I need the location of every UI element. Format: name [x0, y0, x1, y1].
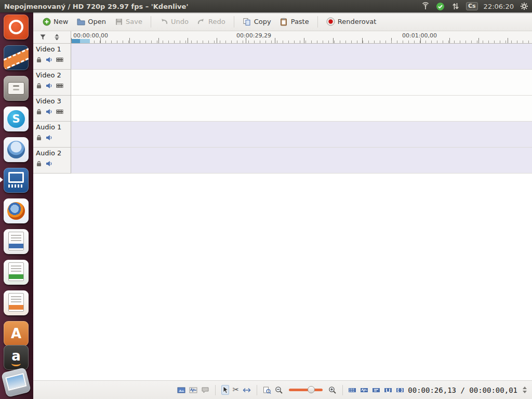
audio-thumbnails-toggle-icon[interactable]: [360, 385, 368, 395]
redo-button[interactable]: Redo: [193, 15, 229, 28]
lock-icon[interactable]: [36, 83, 42, 89]
launcher-ubuntu-dash[interactable]: [4, 15, 29, 39]
lock-icon[interactable]: [36, 109, 42, 115]
zoom-in-icon[interactable]: [328, 385, 337, 395]
track-name: Video 2: [36, 71, 68, 79]
timeline-zone-bar[interactable]: [72, 39, 90, 43]
document-open-icon: [76, 17, 85, 26]
speaker-icon[interactable]: [46, 83, 52, 89]
launcher-libreoffice-writer[interactable]: [4, 229, 29, 254]
timecode-spinner[interactable]: [523, 384, 527, 395]
track-row-audio1: Audio 1: [33, 122, 532, 148]
open-button[interactable]: Open: [73, 15, 110, 28]
network-icon[interactable]: [421, 2, 430, 11]
razor-tool-icon[interactable]: ✂: [233, 385, 240, 395]
undo-button[interactable]: Undo: [156, 15, 192, 28]
spin-down-icon[interactable]: [523, 391, 527, 395]
spin-up-icon[interactable]: [523, 384, 527, 389]
window-title: Nepojmenovaný / HD 720p 29.97 fps – 'Kde…: [4, 3, 188, 10]
timeline-track-audio1[interactable]: [71, 122, 532, 148]
zoom-fit-icon[interactable]: [263, 385, 271, 395]
zone-toggle-icon[interactable]: [396, 385, 404, 395]
speaker-icon[interactable]: [46, 161, 52, 167]
speaker-icon[interactable]: [46, 109, 52, 115]
spacer-tool-icon[interactable]: [243, 385, 251, 395]
filmstrip-icon[interactable]: [56, 57, 63, 63]
launcher-chromium[interactable]: [4, 137, 29, 162]
lock-icon[interactable]: [36, 57, 42, 63]
zoom-slider-handle[interactable]: [308, 386, 315, 393]
track-header-video3: Video 3: [33, 96, 71, 122]
skype-icon: S: [7, 110, 25, 128]
keyboard-layout-badge[interactable]: Cs: [466, 2, 478, 10]
launcher-file-manager[interactable]: [4, 76, 29, 101]
document-save-icon: [114, 17, 123, 26]
new-button[interactable]: New: [38, 15, 72, 28]
filter-icon[interactable]: [39, 34, 46, 41]
main-toolbar: New Open Save Undo Redo: [33, 12, 532, 31]
track-name: Video 3: [36, 97, 68, 105]
chromium-icon: [7, 141, 25, 158]
filmstrip-icon[interactable]: [56, 83, 63, 89]
launcher-video-editor[interactable]: [4, 45, 29, 70]
launcher-skype[interactable]: S: [4, 107, 29, 131]
launcher-libreoffice-impress[interactable]: [4, 290, 29, 315]
filmstrip-icon[interactable]: [56, 109, 63, 115]
updates-ready-icon[interactable]: [436, 2, 445, 11]
launcher-kdenlive[interactable]: [4, 168, 29, 193]
lock-icon[interactable]: [36, 135, 42, 141]
sync-arrows-icon[interactable]: [451, 2, 460, 11]
paste-button[interactable]: Paste: [276, 15, 313, 28]
zoom-out-icon[interactable]: [275, 385, 283, 395]
copy-button-label: Copy: [254, 18, 271, 25]
launcher-software-center[interactable]: A: [4, 321, 29, 346]
status-bar: ✂ 00:00:26,13 / 00:00:00,01: [33, 380, 532, 399]
timeline-track-video1[interactable]: [71, 44, 532, 70]
copy-button[interactable]: Copy: [239, 15, 275, 28]
filmstrip-icon: [4, 48, 29, 70]
statusbar-separator: [215, 385, 216, 395]
new-button-label: New: [54, 18, 68, 25]
launcher-libreoffice-calc[interactable]: [4, 260, 29, 285]
paste-icon: [280, 17, 288, 26]
render-icon: [326, 17, 335, 26]
timeline-ruler[interactable]: 00:00:00,00 00:00:29,29 00:01:00,00: [71, 31, 532, 44]
expand-tracks-icon[interactable]: [54, 34, 60, 41]
top-panel: Nepojmenovaný / HD 720p 29.97 fps – 'Kde…: [0, 0, 532, 12]
speaker-icon[interactable]: [46, 135, 52, 141]
panel-clock[interactable]: 22:06:20: [484, 3, 514, 10]
launcher-workspace-switcher[interactable]: [1, 367, 31, 397]
audio-thumbnails-icon[interactable]: [189, 385, 197, 395]
software-center-icon: A: [7, 325, 25, 342]
save-button-label: Save: [126, 18, 142, 25]
marker-comments-toggle-icon[interactable]: [372, 385, 380, 395]
selection-tool-icon[interactable]: [221, 385, 229, 395]
video-thumbnails-toggle-icon[interactable]: [348, 385, 356, 395]
toolbar-separator: [234, 16, 234, 28]
track-header-video2: Video 2: [33, 70, 71, 96]
lock-icon[interactable]: [36, 161, 42, 167]
timeline-track-video3[interactable]: [71, 96, 532, 122]
copy-icon: [243, 17, 251, 26]
render-button[interactable]: Renderovat: [323, 15, 380, 28]
save-button[interactable]: Save: [111, 15, 146, 28]
running-app-indicator: [0, 177, 3, 182]
session-menu-gear-icon[interactable]: [520, 2, 529, 11]
video-thumbnails-icon[interactable]: [177, 385, 185, 395]
amazon-icon: a: [7, 347, 25, 365]
statusbar-separator: [257, 385, 257, 395]
writer-document-icon: [8, 232, 24, 250]
zoom-slider[interactable]: [289, 389, 323, 391]
timeline-track-audio2[interactable]: [71, 148, 532, 174]
marker-comments-icon[interactable]: [201, 385, 209, 395]
ruler-minor-ticks: [71, 41, 532, 43]
launcher-amazon[interactable]: a: [4, 345, 29, 370]
file-drawer-icon: [8, 82, 24, 95]
speaker-icon[interactable]: [46, 57, 52, 63]
timeline-track-video2[interactable]: [71, 70, 532, 96]
track-name: Audio 1: [36, 123, 68, 131]
track-header-audio2: Audio 2: [33, 148, 71, 174]
launcher-firefox[interactable]: [4, 198, 29, 223]
timecode-display[interactable]: 00:00:26,13 / 00:00:00,01: [408, 386, 517, 394]
snap-toggle-icon[interactable]: [384, 385, 392, 395]
